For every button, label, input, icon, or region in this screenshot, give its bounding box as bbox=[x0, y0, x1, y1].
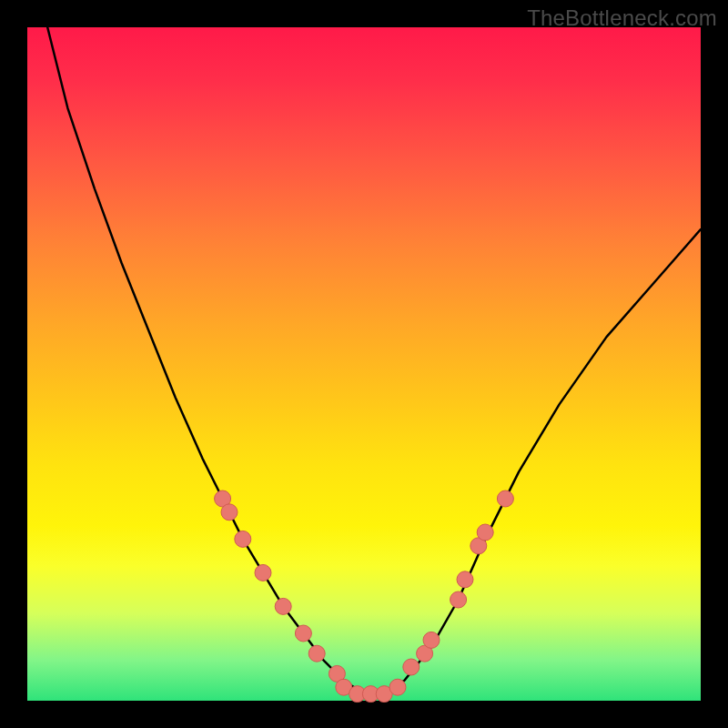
data-marker bbox=[308, 645, 325, 662]
data-marker bbox=[389, 679, 406, 695]
data-marker bbox=[295, 625, 311, 642]
data-marker bbox=[235, 531, 251, 547]
curve-path bbox=[47, 27, 701, 694]
data-marker bbox=[221, 504, 238, 521]
chart-plot-area bbox=[27, 27, 701, 701]
data-marker bbox=[477, 524, 493, 541]
data-marker bbox=[255, 564, 271, 581]
data-marker bbox=[457, 571, 473, 588]
data-marker bbox=[275, 598, 291, 614]
data-marker bbox=[403, 659, 420, 675]
curve-line bbox=[47, 27, 701, 694]
data-marker bbox=[423, 632, 440, 648]
data-markers bbox=[215, 490, 514, 703]
chart-frame: TheBottleneck.com bbox=[0, 0, 728, 728]
chart-svg bbox=[27, 27, 701, 701]
data-marker bbox=[450, 592, 467, 608]
data-marker bbox=[497, 490, 513, 507]
